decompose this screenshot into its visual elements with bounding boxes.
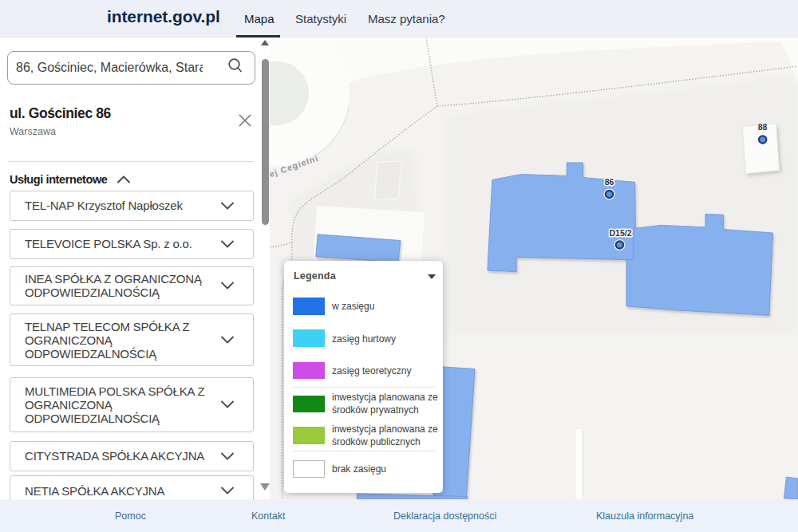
svg-text:D15/2: D15/2 bbox=[609, 228, 631, 238]
svg-text:86: 86 bbox=[605, 177, 614, 187]
svg-text:88: 88 bbox=[758, 122, 768, 132]
